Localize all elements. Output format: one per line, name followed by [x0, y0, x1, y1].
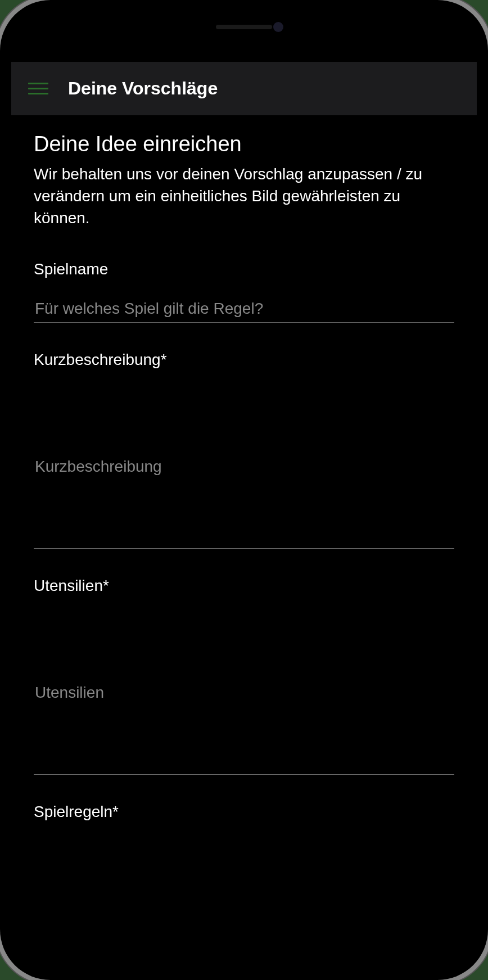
utensilien-wrapper[interactable]: Utensilien: [34, 612, 454, 775]
phone-inner-frame: Deine Vorschläge Deine Idee einreichen W…: [11, 11, 477, 969]
page-description: Wir behalten uns vor deinen Vorschlag an…: [34, 163, 454, 229]
spielname-group: Spielname: [34, 260, 454, 323]
utensilien-label: Utensilien*: [34, 577, 454, 595]
spielregeln-label: Spielregeln*: [34, 803, 454, 821]
hamburger-menu-icon[interactable]: [28, 83, 48, 94]
spielname-input[interactable]: [34, 295, 454, 323]
app-header: Deine Vorschläge: [11, 62, 477, 115]
kurzbeschreibung-placeholder: Kurzbeschreibung: [35, 458, 162, 476]
phone-camera: [273, 22, 283, 32]
main-content: Deine Idee einreichen Wir behalten uns v…: [11, 115, 477, 866]
header-title: Deine Vorschläge: [68, 78, 218, 99]
app-screen: Deine Vorschläge Deine Idee einreichen W…: [11, 11, 477, 969]
page-title: Deine Idee einreichen: [34, 132, 454, 156]
kurzbeschreibung-group: Kurzbeschreibung* Kurzbeschreibung: [34, 351, 454, 549]
phone-speaker: [216, 25, 272, 29]
spielregeln-group: Spielregeln*: [34, 803, 454, 821]
spielname-label: Spielname: [34, 260, 454, 278]
utensilien-group: Utensilien* Utensilien: [34, 577, 454, 775]
phone-notch: [148, 11, 340, 42]
utensilien-placeholder: Utensilien: [35, 684, 104, 702]
phone-mockup-frame: Deine Vorschläge Deine Idee einreichen W…: [0, 0, 488, 980]
kurzbeschreibung-label: Kurzbeschreibung*: [34, 351, 454, 369]
kurzbeschreibung-wrapper[interactable]: Kurzbeschreibung: [34, 386, 454, 549]
